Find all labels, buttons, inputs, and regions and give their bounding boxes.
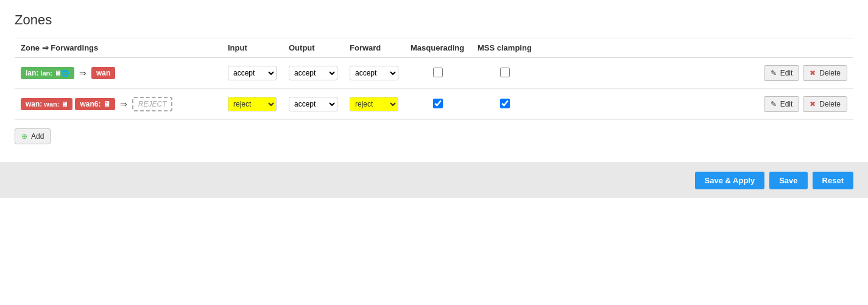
table-row: wan: wan: 🖥 wan6: 🖥 ⇒ REJECT accept reje…	[15, 89, 853, 120]
masq-checkbox-wan[interactable]	[433, 99, 443, 108]
edit-label-lan: Edit	[780, 69, 793, 77]
save-button[interactable]: Save	[769, 172, 807, 189]
forward-cell-lan: accept reject drop	[344, 58, 404, 89]
add-icon	[21, 132, 29, 141]
col-header-zone: Zone ⇒ Forwardings	[15, 38, 222, 58]
col-header-forward: Forward	[344, 38, 404, 58]
zone-cell-lan: lan: lan: 🖥🌐 ⇒ wan	[21, 67, 216, 79]
output-select-lan[interactable]: accept reject drop	[289, 66, 337, 80]
delete-icon-wan	[810, 100, 817, 108]
delete-label-lan: Delete	[819, 69, 841, 77]
mss-cell-wan	[471, 89, 538, 120]
edit-button-wan[interactable]: Edit	[764, 96, 800, 112]
arrow-wan: ⇒	[120, 99, 127, 109]
zone-forwardings-cell-lan: lan: lan: 🖥🌐 ⇒ wan	[15, 58, 222, 89]
masq-checkbox-lan[interactable]	[433, 68, 443, 77]
zones-table: Zone ⇒ Forwardings Input Output Forward …	[15, 38, 853, 120]
forwarding-badge-wan: wan	[91, 67, 115, 79]
actions-wan: Edit Delete	[545, 96, 847, 112]
reset-button[interactable]: Reset	[813, 172, 853, 189]
masq-cell-wan	[404, 89, 471, 120]
table-header-row: Zone ⇒ Forwardings Input Output Forward …	[15, 38, 853, 58]
forward-cell-wan: accept reject drop	[344, 89, 404, 120]
footer-bar: Save & Apply Save Reset	[0, 163, 868, 198]
page-container: Zones Zone ⇒ Forwardings Input Output Fo…	[0, 0, 868, 305]
edit-button-lan[interactable]: Edit	[764, 65, 800, 81]
mss-checkbox-lan[interactable]	[500, 68, 510, 77]
output-cell-lan: accept reject drop	[283, 58, 344, 89]
delete-button-lan[interactable]: Delete	[803, 65, 847, 81]
add-label: Add	[31, 132, 44, 141]
delete-label-wan: Delete	[819, 100, 841, 108]
input-cell-lan: accept reject drop	[222, 58, 283, 89]
table-row: lan: lan: 🖥🌐 ⇒ wan accept reject drop	[15, 58, 853, 89]
delete-button-wan[interactable]: Delete	[803, 96, 847, 112]
actions-cell-wan: Edit Delete	[538, 89, 853, 120]
add-button-container: Add	[15, 120, 853, 150]
edit-icon-wan	[771, 100, 778, 108]
delete-icon-lan	[810, 69, 817, 77]
col-header-mss: MSS clamping	[471, 38, 538, 58]
edit-icon-lan	[771, 69, 778, 77]
save-apply-button[interactable]: Save & Apply	[695, 172, 765, 189]
edit-label-wan: Edit	[780, 100, 793, 108]
forwarding-badge-reject: REJECT	[132, 97, 173, 111]
forward-select-lan[interactable]: accept reject drop	[350, 66, 398, 80]
wan-iface: wan: 🖥	[44, 100, 68, 108]
col-header-input: Input	[222, 38, 283, 58]
col-header-actions	[538, 38, 853, 58]
output-cell-wan: accept reject drop	[283, 89, 344, 120]
input-select-lan[interactable]: accept reject drop	[228, 66, 277, 80]
arrow-lan: ⇒	[79, 68, 86, 78]
masq-cell-lan	[404, 58, 471, 89]
mss-cell-lan	[471, 58, 538, 89]
zone-badge-lan: lan: lan: 🖥🌐	[21, 67, 74, 79]
page-title: Zones	[15, 12, 853, 28]
zone-forwardings-cell-wan: wan: wan: 🖥 wan6: 🖥 ⇒ REJECT	[15, 89, 222, 120]
col-header-masq: Masquerading	[404, 38, 471, 58]
input-select-wan[interactable]: accept reject drop	[228, 97, 277, 111]
col-header-output: Output	[283, 38, 344, 58]
zone-badge-wan6: wan6: 🖥	[75, 98, 115, 110]
input-cell-wan: accept reject drop	[222, 89, 283, 120]
zone-cell-wan: wan: wan: 🖥 wan6: 🖥 ⇒ REJECT	[21, 97, 216, 111]
forward-select-wan[interactable]: accept reject drop	[350, 97, 398, 111]
zone-badge-wan: wan: wan: 🖥	[21, 98, 72, 110]
add-button[interactable]: Add	[15, 128, 51, 144]
mss-checkbox-wan[interactable]	[500, 99, 510, 108]
lan-iface: lan: 🖥🌐	[40, 69, 69, 77]
actions-lan: Edit Delete	[545, 65, 847, 81]
output-select-wan[interactable]: accept reject drop	[289, 97, 337, 111]
actions-cell-lan: Edit Delete	[538, 58, 853, 89]
